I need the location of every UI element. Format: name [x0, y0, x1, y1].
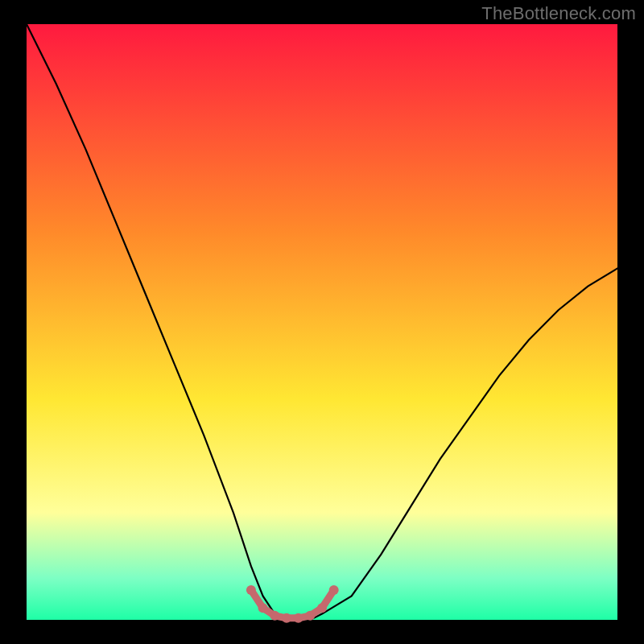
optimal-range-marker: [305, 611, 315, 621]
chart-frame: TheBottleneck.com: [0, 0, 644, 644]
optimal-range-marker: [246, 585, 256, 595]
optimal-range-marker: [258, 603, 268, 613]
optimal-range-marker: [270, 611, 279, 621]
optimal-range-marker: [282, 613, 291, 623]
optimal-range-marker: [317, 603, 327, 613]
optimal-range-marker: [329, 585, 339, 595]
optimal-range-marker: [294, 613, 303, 623]
watermark-text: TheBottleneck.com: [481, 3, 636, 24]
chart-svg: [0, 0, 644, 644]
plot-background: [27, 24, 617, 620]
